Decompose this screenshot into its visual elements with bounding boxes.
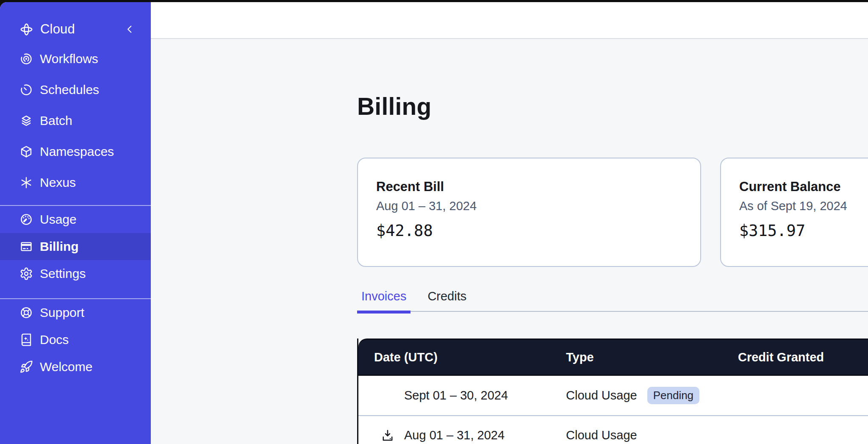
sidebar-item-billing[interactable]: Billing — [0, 233, 151, 260]
invoice-type: Cloud Usage — [566, 428, 637, 442]
settings-gear-icon — [19, 267, 33, 280]
page-title: Billing — [357, 92, 868, 121]
sidebar-item-batch[interactable]: Batch — [0, 105, 151, 136]
namespaces-cube-icon — [19, 145, 33, 158]
type-cell: Cloud Usage Pending — [566, 387, 738, 404]
brand: Cloud — [0, 15, 151, 43]
sidebar-nav: Workflows Schedules Batch — [0, 43, 151, 380]
invoice-date: Aug 01 – 31, 2024 — [404, 428, 505, 442]
welcome-rocket-icon — [19, 360, 33, 374]
card-amount: $42.88 — [376, 222, 700, 240]
app-window: Cloud Workflows Schedules — [0, 2, 868, 444]
billing-page: Billing Recent Bill Aug 01 – 31, 2024 $4… — [151, 39, 868, 444]
schedules-timer-icon — [19, 83, 33, 97]
batch-layers-icon — [19, 114, 33, 128]
download-slot-empty — [380, 388, 395, 403]
support-lifebuoy-icon — [19, 306, 33, 319]
topbar — [151, 2, 868, 39]
tab-credits[interactable]: Credits — [423, 281, 471, 311]
docs-book-icon — [19, 333, 33, 347]
download-icon — [380, 428, 395, 443]
brand-label: Cloud — [40, 22, 75, 37]
table-header: Date (UTC) Type Credit Granted — [358, 339, 868, 376]
sidebar: Cloud Workflows Schedules — [0, 2, 151, 444]
summary-cards: Recent Bill Aug 01 – 31, 2024 $42.88 Cur… — [357, 158, 868, 267]
current-balance-card: Current Balance As of Sept 19, 2024 $315… — [720, 158, 868, 267]
card-period: Aug 01 – 31, 2024 — [376, 199, 700, 213]
sidebar-item-docs[interactable]: Docs — [0, 326, 151, 353]
type-cell: Cloud Usage — [566, 428, 738, 442]
column-header-date: Date (UTC) — [358, 350, 566, 364]
card-amount: $315.97 — [739, 222, 868, 240]
tab-invoices[interactable]: Invoices — [357, 281, 410, 311]
usage-gauge-icon — [19, 213, 33, 226]
invoice-type: Cloud Usage — [566, 388, 637, 402]
sidebar-item-workflows[interactable]: Workflows — [0, 43, 151, 74]
sidebar-collapse-button[interactable] — [124, 24, 136, 35]
sidebar-item-schedules[interactable]: Schedules — [0, 74, 151, 105]
table-row: Aug 01 – 31, 2024 Cloud Usage — [358, 415, 868, 444]
card-title: Current Balance — [739, 179, 868, 195]
workflows-spiral-icon — [19, 52, 33, 66]
sidebar-item-welcome[interactable]: Welcome — [0, 353, 151, 380]
table-row: Sept 01 – 30, 2024 Cloud Usage Pending — [358, 376, 868, 415]
sidebar-item-namespaces[interactable]: Namespaces — [0, 136, 151, 167]
card-title: Recent Bill — [376, 179, 700, 195]
download-invoice-button[interactable] — [380, 428, 395, 443]
recent-bill-card: Recent Bill Aug 01 – 31, 2024 $42.88 — [357, 158, 701, 267]
column-header-credit-granted: Credit Granted — [738, 350, 868, 364]
invoices-table: Date (UTC) Type Credit Granted Sept 01 –… — [357, 339, 868, 444]
billing-tabs: Invoices Credits — [357, 281, 868, 312]
sidebar-item-support[interactable]: Support — [0, 299, 151, 326]
sidebar-item-nexus[interactable]: Nexus — [0, 167, 151, 198]
sidebar-item-usage[interactable]: Usage — [0, 206, 151, 233]
status-badge: Pending — [647, 387, 699, 404]
sidebar-item-settings[interactable]: Settings — [0, 260, 151, 287]
billing-card-icon — [19, 240, 33, 253]
nexus-asterisk-icon — [19, 176, 33, 189]
chevron-left-icon — [124, 24, 136, 35]
main-area: Billing Recent Bill Aug 01 – 31, 2024 $4… — [151, 2, 868, 444]
invoice-date: Sept 01 – 30, 2024 — [404, 388, 508, 402]
column-header-type: Type — [566, 350, 738, 364]
date-cell: Aug 01 – 31, 2024 — [358, 428, 566, 443]
cloud-orbit-icon — [19, 22, 33, 36]
date-cell: Sept 01 – 30, 2024 — [358, 388, 566, 403]
card-period: As of Sept 19, 2024 — [739, 199, 868, 213]
